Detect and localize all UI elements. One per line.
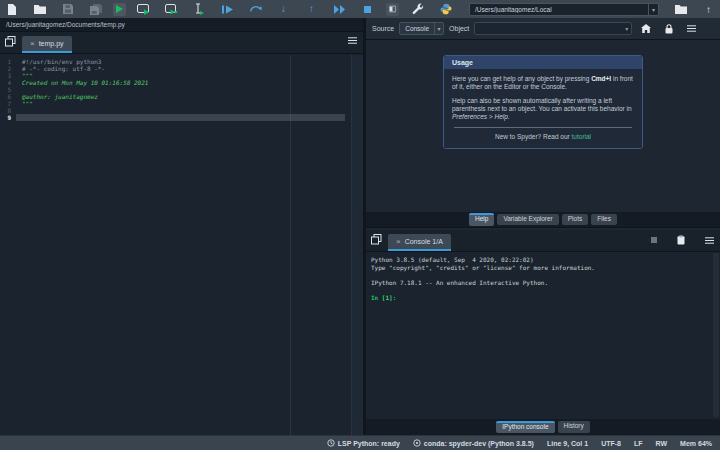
working-directory-combobox[interactable]: /Users/juanitagomez/Local ▾: [469, 3, 659, 16]
console-options-menu-icon[interactable]: [705, 237, 714, 244]
object-combobox[interactable]: ▾: [474, 22, 632, 35]
editor-pane: /Users/juanitagomez/Documents/temp.py × …: [0, 18, 363, 435]
lsp-clock-icon: [327, 439, 335, 447]
status-bar: LSP Python: ready conda: spyder-dev (Pyt…: [0, 435, 720, 450]
step-over-icon[interactable]: [249, 3, 262, 16]
help-content: Usage Here you can get help of any objec…: [366, 40, 720, 212]
tutorial-link[interactable]: tutorial: [572, 133, 592, 140]
continue-execution-icon[interactable]: [333, 3, 346, 16]
code-line: 4Created on Mon May 10 01:16:58 2021: [0, 79, 363, 86]
step-into-icon[interactable]: ↓: [277, 3, 290, 16]
console-banner-line: Type "copyright", "credits" or "license"…: [371, 264, 715, 272]
tab-label: temp.py: [39, 40, 64, 47]
tab-variable-explorer[interactable]: Variable Explorer: [497, 214, 558, 226]
code-editor[interactable]: 1#!/usr/bin/env python3 2# -*- coding: u…: [0, 55, 363, 435]
right-pane-tabs: Help Variable Explorer Plots Files: [366, 212, 720, 228]
object-label: Object: [449, 25, 469, 32]
tab-history[interactable]: History: [558, 421, 590, 433]
code-line: 8: [0, 107, 363, 114]
code-line: 5: [0, 86, 363, 93]
usage-card: Usage Here you can get help of any objec…: [443, 55, 643, 149]
tab-temp-py[interactable]: × temp.py: [22, 36, 72, 53]
code-line: 3""": [0, 72, 363, 79]
console-bottom-tabs: IPython console History: [366, 419, 720, 435]
working-directory-dropdown-icon[interactable]: ▾: [648, 4, 658, 15]
code-line: 6@author: juanitagomez: [0, 93, 363, 100]
working-directory-value[interactable]: /Users/juanitagomez/Local: [470, 6, 648, 13]
usage-paragraph-1: Here you can get help of any object by p…: [452, 75, 634, 91]
source-dropdown[interactable]: Console ▾: [399, 22, 444, 35]
code-line: 2# -*- coding: utf-8 -*-: [0, 65, 363, 72]
main-toolbar: ↓ ↑ /Users/juanitagomez/Local ▾ ↑: [0, 0, 720, 18]
current-code-line: 9: [0, 114, 363, 121]
object-dropdown-icon[interactable]: ▾: [622, 25, 631, 32]
tab-console-1a[interactable]: × Console 1/A: [388, 234, 451, 251]
browse-console-tabs-icon[interactable]: [370, 233, 383, 246]
code-line: 7""": [0, 100, 363, 107]
lock-icon[interactable]: [665, 24, 673, 34]
run-cell-button[interactable]: [137, 3, 150, 16]
usage-card-body: Here you can get help of any object by p…: [444, 69, 642, 148]
save-all-icon[interactable]: [89, 3, 102, 16]
code-line: 1#!/usr/bin/env python3: [0, 58, 363, 65]
console-prompt[interactable]: In [1]:: [371, 294, 715, 302]
step-out-icon[interactable]: ↑: [305, 3, 318, 16]
eol-status: LF: [634, 440, 643, 447]
close-tab-icon[interactable]: ×: [30, 40, 35, 48]
browse-tabs-icon[interactable]: [4, 35, 17, 48]
editor-options-menu-icon[interactable]: [348, 37, 357, 44]
console-banner-line: [371, 271, 715, 279]
console-banner-line: Python 3.8.5 (default, Sep 4 2020, 02:22…: [371, 256, 715, 264]
close-console-tab-icon[interactable]: ×: [396, 238, 401, 246]
help-options-menu-icon[interactable]: [687, 25, 696, 32]
usage-card-title: Usage: [444, 56, 642, 69]
editor-scrollbar[interactable]: [351, 55, 363, 435]
new-file-icon[interactable]: [5, 3, 18, 16]
interrupt-kernel-icon[interactable]: [651, 237, 657, 243]
conda-icon: [413, 439, 421, 447]
stop-debug-icon[interactable]: [361, 3, 374, 16]
console-tabbar: × Console 1/A: [366, 230, 720, 252]
tab-ipython-console[interactable]: IPython console: [496, 421, 554, 434]
save-icon[interactable]: [61, 3, 74, 16]
run-file-button[interactable]: [113, 3, 126, 16]
encoding-status: UTF-8: [601, 440, 621, 447]
lsp-status: LSP Python: ready: [327, 439, 400, 447]
editor-breadcrumb: /Users/juanitagomez/Documents/temp.py: [0, 18, 363, 32]
tab-plots[interactable]: Plots: [562, 214, 588, 226]
maximize-pane-icon[interactable]: [386, 3, 399, 16]
conda-environment-status: conda: spyder-dev (Python 3.8.5): [413, 439, 534, 447]
open-file-icon[interactable]: [33, 3, 46, 16]
cursor-position-status: Line 9, Col 1: [547, 440, 588, 447]
usage-divider: [454, 127, 632, 128]
tab-help[interactable]: Help: [469, 213, 494, 226]
preferences-wrench-icon[interactable]: [411, 3, 424, 16]
console-environment-icon[interactable]: [677, 235, 685, 245]
debug-file-button[interactable]: [221, 3, 234, 16]
console-output[interactable]: Python 3.8.5 (default, Sep 4 2020, 02:22…: [366, 252, 720, 419]
console-pane: × Console 1/A Python 3.8.5 (default, Sep…: [366, 230, 720, 419]
run-selection-button[interactable]: [193, 3, 206, 16]
console-scrollbar[interactable]: [713, 253, 719, 417]
memory-status: Mem 64%: [680, 440, 712, 447]
parent-directory-icon[interactable]: ↑: [702, 3, 715, 16]
help-toolbar: Source Console ▾ Object ▾: [366, 18, 720, 40]
source-label: Source: [372, 25, 394, 32]
source-dropdown-icon[interactable]: ▾: [434, 23, 443, 34]
right-pane: Source Console ▾ Object ▾ Usage Here you…: [366, 18, 720, 435]
browse-working-directory-icon[interactable]: [674, 3, 687, 16]
python-path-manager-icon[interactable]: [439, 3, 452, 16]
editor-tabbar: × temp.py: [0, 32, 363, 54]
console-tab-label: Console 1/A: [405, 238, 443, 245]
usage-footer: New to Spyder? Read our tutorial: [452, 133, 634, 141]
tab-files[interactable]: Files: [591, 214, 617, 226]
run-cell-advance-button[interactable]: [165, 3, 178, 16]
console-banner-line: [371, 286, 715, 294]
readwrite-status: RW: [656, 440, 668, 447]
console-banner-line: IPython 7.18.1 -- An enhanced Interactiv…: [371, 279, 715, 287]
column-edge-line: [290, 55, 291, 435]
home-icon[interactable]: [641, 24, 651, 33]
usage-paragraph-2: Help can also be shown automatically aft…: [452, 97, 634, 121]
